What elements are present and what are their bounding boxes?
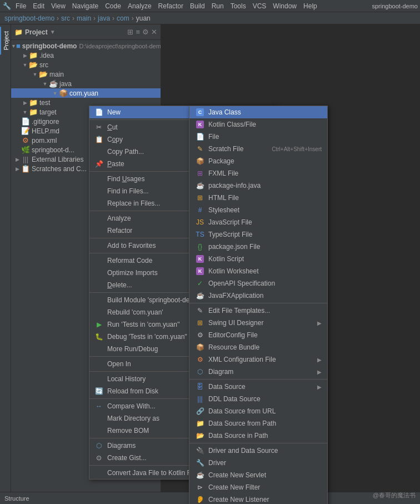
sub-item-kotlin-script[interactable]: K Kotlin Script: [189, 253, 327, 265]
tree-item-root[interactable]: ▼ ■ springboot-demo D:\ideaproject\sprin…: [11, 41, 161, 51]
menu-tools[interactable]: Tools: [227, 1, 249, 11]
sub-item-javafx[interactable]: ☕ JavaFXApplication: [189, 290, 327, 302]
sub-item-kotlin-ws[interactable]: K Kotlin Worksheet: [189, 265, 327, 277]
sub-item-listener[interactable]: 👂 Create New Listener: [189, 493, 327, 504]
sub-icon-driver-datasource: 🔌: [195, 447, 205, 455]
project-toolbar-label: 📁 Project ▼: [14, 28, 56, 36]
menu-help[interactable]: Help: [300, 1, 321, 11]
sub-item-html[interactable]: ⊞ HTML File: [189, 192, 327, 204]
breadcrumb-part-5[interactable]: yuan: [136, 14, 151, 22]
sub-item-kotlin-class[interactable]: K Kotlin Class/File: [189, 118, 327, 131]
tree-name-ext-libs: External Libraries: [32, 156, 83, 163]
menu-vcs[interactable]: VCS: [249, 1, 270, 11]
sub-item-xml-config[interactable]: ⚙ XML Configuration File ▶: [189, 353, 327, 366]
sub-item-swing[interactable]: ⊞ Swing UI Designer ▶: [189, 317, 327, 329]
sub-label-stylesheet: Stylesheet: [208, 206, 322, 214]
sub-item-fxml[interactable]: ⊞ FXML File: [189, 167, 327, 179]
sub-item-servlet[interactable]: ☕ Create New Servlet: [189, 469, 327, 481]
project-toolbar: 📁 Project ▼ ⊞ ≡ ⚙ ✕: [11, 24, 161, 40]
sub-label-resource-bundle: Resource Bundle: [208, 343, 322, 351]
sub-item-diagram[interactable]: ⬡ Diagram ▶: [189, 366, 327, 378]
sub-icon-listener: 👂: [195, 496, 205, 503]
menu-navigate[interactable]: Navigate: [69, 1, 102, 11]
menu-refactor[interactable]: Refactor: [155, 1, 187, 11]
tree-item-idea[interactable]: ▶ 📁 .idea: [11, 51, 161, 60]
sub-item-datasource-in-path[interactable]: 📂 Data Source in Path: [189, 430, 327, 442]
tree-name-root: springboot-demo: [22, 42, 77, 50]
sub-item-packagejson[interactable]: {} package.json File: [189, 241, 327, 253]
menu-file[interactable]: File: [12, 1, 29, 11]
sub-item-ddl[interactable]: ||| DDL Data Source: [189, 393, 327, 405]
sub-item-editorconfig[interactable]: ⚙ EditorConfig File: [189, 329, 327, 341]
sub-item-java-class[interactable]: C Java Class: [189, 106, 327, 118]
sort-icon[interactable]: ≡: [136, 28, 140, 36]
sub-item-datasource[interactable]: 🗄 Data Source ▶: [189, 381, 327, 393]
breadcrumb-part-0[interactable]: springboot-demo: [4, 14, 54, 22]
menu-edit[interactable]: Edit: [29, 1, 48, 11]
tree-icon-com-yuan: 📦: [59, 89, 68, 97]
tree-item-java[interactable]: ▼ ☕ java: [11, 79, 161, 88]
sub-item-package[interactable]: 📦 Package: [189, 155, 327, 167]
breadcrumb-part-4[interactable]: com: [117, 14, 129, 22]
tree-item-main[interactable]: ▼ 📂 main: [11, 69, 161, 79]
sub-item-scratch[interactable]: ✎ Scratch File Ctrl+Alt+Shift+Insert: [189, 143, 327, 155]
tree-name-main: main: [49, 71, 64, 78]
side-tab-project[interactable]: Project: [0, 27, 11, 54]
sub-label-package: Package: [208, 157, 322, 165]
sub-item-js[interactable]: JS JavaScript File: [189, 216, 327, 228]
sub-label-ts: TypeScript File: [208, 231, 322, 238]
ctx-icon-new: 📄: [94, 108, 104, 116]
sub-label-kotlin-class: Kotlin Class/File: [208, 121, 322, 128]
tree-name-help: HELP.md: [32, 127, 59, 135]
breadcrumb-part-1[interactable]: src: [61, 14, 70, 22]
sub-icon-datasource-url: 🔗: [195, 407, 205, 415]
sub-icon-package-info: ☕: [195, 182, 205, 189]
sub-item-datasource-url[interactable]: 🔗 Data Source from URL: [189, 405, 327, 417]
breadcrumb-part-3[interactable]: java: [98, 14, 110, 22]
sub-label-scratch: Scratch File: [208, 145, 272, 153]
sub-item-openapi[interactable]: ✓ OpenAPI Specification: [189, 277, 327, 290]
sub-item-filter[interactable]: ⊳ Create New Filter: [189, 481, 327, 493]
tree-arrow-java: ▼: [41, 81, 49, 87]
sub-item-driver-datasource[interactable]: 🔌 Driver and Data Source: [189, 445, 327, 457]
menu-analyze[interactable]: Analyze: [124, 1, 155, 11]
sub-icon-kotlin-script: K: [195, 255, 205, 263]
collapse-icon[interactable]: ⊞: [127, 28, 133, 36]
sub-item-datasource-path[interactable]: 📁 Data Source from Path: [189, 417, 327, 430]
sub-item-package-info[interactable]: ☕ package-info.java: [189, 179, 327, 192]
dropdown-icon[interactable]: ▼: [50, 29, 56, 35]
gear-icon[interactable]: ⚙: [142, 28, 149, 36]
tree-name-scratches: Scratches and C...: [32, 165, 87, 173]
menu-code[interactable]: Code: [102, 1, 124, 11]
menu-build[interactable]: Build: [187, 1, 208, 11]
close-icon[interactable]: ✕: [151, 28, 157, 36]
sub-label-js: JavaScript File: [208, 218, 322, 226]
menu-window[interactable]: Window: [269, 1, 300, 11]
sub-item-stylesheet[interactable]: # Stylesheet: [189, 204, 327, 216]
app-icon: 🔧: [2, 2, 11, 11]
tree-item-com-yuan[interactable]: ▼ 📦 com.yuan: [11, 88, 161, 98]
sub-icon-fxml: ⊞: [195, 169, 205, 177]
tree-icon-ext-libs: |||: [21, 155, 30, 163]
breadcrumb-part-2[interactable]: main: [77, 14, 91, 22]
sub-item-driver[interactable]: 🔧 Driver: [189, 457, 327, 469]
sub-label-html: HTML File: [208, 194, 322, 202]
sub-icon-ts: TS: [195, 231, 205, 238]
sub-item-edit-templates[interactable]: ✎ Edit File Templates...: [189, 305, 327, 317]
menu-run[interactable]: Run: [208, 1, 227, 11]
sub-arrow-swing: ▶: [317, 320, 322, 326]
sub-item-ts[interactable]: TS TypeScript File: [189, 228, 327, 241]
sub-label-java-class: Java Class: [208, 108, 322, 116]
structure-tab-label[interactable]: Structure: [11, 495, 29, 502]
sub-icon-packagejson: {}: [195, 243, 205, 251]
menu-view[interactable]: View: [48, 1, 69, 11]
breadcrumb-sep-3: ›: [112, 14, 114, 22]
sub-label-fxml: FXML File: [208, 169, 322, 177]
ctx-icon-reload: 🔄: [94, 387, 104, 395]
tree-icon-help: 📝: [21, 127, 30, 135]
tree-item-src[interactable]: ▼ 📂 src: [11, 60, 161, 69]
sub-item-file[interactable]: 📄 File: [189, 131, 327, 143]
sub-icon-resource-bundle: 📦: [195, 343, 205, 351]
tree-icon-idea: 📁: [29, 51, 38, 59]
sub-item-resource-bundle[interactable]: 📦 Resource Bundle: [189, 341, 327, 353]
